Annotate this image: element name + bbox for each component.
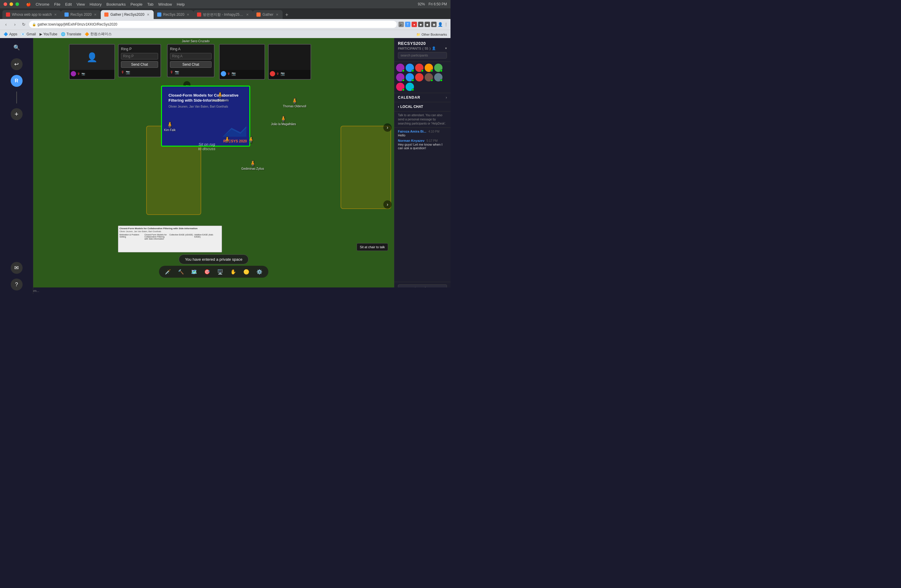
url-bar[interactable]: 🔒 gather.town/app/jWExihF0mzv1KKtO/RecSy… — [29, 21, 397, 28]
add-button[interactable]: + — [11, 108, 23, 120]
toolbar-hammer-icon[interactable]: 🔨 — [177, 268, 185, 276]
back-button[interactable]: ‹ — [2, 21, 9, 28]
chat-message-2: Norman Knyazev 5:17 PM Hey guys! Let me … — [398, 139, 447, 150]
slide-preview[interactable]: Closed-Form Models for Collaborative Fil… — [118, 226, 222, 253]
help-button[interactable]: ? — [11, 279, 23, 290]
new-tab-button[interactable]: + — [282, 11, 291, 19]
edit-menu[interactable]: Edit — [65, 2, 72, 6]
participant-avatar-9[interactable] — [425, 73, 433, 81]
tab-whova[interactable]: Whova web app to watch ✕ — [2, 10, 61, 19]
tab-menu[interactable]: Tab — [147, 2, 154, 6]
tab-gather-active[interactable]: Gather | RecSys2020 ✕ — [101, 10, 154, 19]
toolbar-sword-icon[interactable]: 🗡️ — [164, 268, 172, 276]
ext-translate-icon[interactable]: T — [405, 22, 410, 27]
fullscreen-button[interactable] — [16, 2, 19, 6]
people-menu[interactable]: People — [131, 2, 142, 6]
tab-close-icon[interactable]: ✕ — [245, 12, 249, 17]
tab-recsys2[interactable]: RecSys 2020 ✕ — [154, 10, 193, 19]
search-button[interactable]: 🔍 — [11, 42, 23, 53]
participant-avatar-10[interactable] — [434, 73, 443, 81]
participant-avatar-3[interactable] — [415, 64, 424, 72]
avatar-sprite: 🧍 — [283, 98, 306, 104]
close-button[interactable] — [3, 2, 7, 6]
toolbar-map-icon[interactable]: 🗺️ — [190, 268, 198, 276]
local-chat-label: ‹ LOCAL CHAT — [398, 104, 447, 109]
send-chat-button-1[interactable]: Send Chat — [121, 61, 158, 68]
share-button[interactable]: ↩ — [11, 58, 23, 70]
bookmarks-menu[interactable]: Bookmarks — [106, 2, 126, 6]
participant-avatar-1[interactable] — [396, 64, 404, 72]
tab-close-icon[interactable]: ✕ — [186, 12, 190, 17]
ext-icon4[interactable]: ▣ — [431, 22, 436, 27]
video-content-1: 👤 — [70, 45, 114, 70]
mail-button[interactable]: ✉ — [11, 262, 23, 274]
avatar-gediminas: 🧍 Gediminas Zylius — [241, 160, 264, 170]
chrome-menu[interactable]: Chrome — [36, 2, 49, 6]
other-bookmarks[interactable]: 📁 Other Bookmarks — [416, 31, 447, 37]
tab-close-icon[interactable]: ✕ — [146, 12, 150, 17]
toolbar-target-icon[interactable]: 🎯 — [203, 268, 211, 276]
bookmark-youtube[interactable]: ▶ YouTube — [39, 32, 57, 36]
video-footer-1: 🎙 📷 — [70, 70, 114, 78]
bookmark-hancom[interactable]: 🔶 한컴스페이스 — [85, 31, 112, 37]
tab-close-icon[interactable]: ✕ — [53, 12, 57, 17]
help-menu[interactable]: Help — [177, 2, 185, 6]
participant-avatar-2[interactable] — [405, 64, 414, 72]
bookmark-translate[interactable]: 🌐 Translate — [61, 32, 81, 36]
tab-recsys1[interactable]: RecSys 2020 ✕ — [61, 10, 101, 19]
ext-icon3[interactable]: ◆ — [425, 22, 430, 27]
minimize-button[interactable] — [9, 2, 13, 6]
avatar-player: 🧍 — [223, 136, 231, 143]
tab-label: Gather — [262, 12, 273, 17]
refresh-button[interactable]: ↻ — [20, 21, 27, 28]
conference-slide[interactable]: Closed-Form Models for Collaborative Fil… — [161, 86, 250, 147]
recsys-title: RECSYS2020 — [398, 41, 447, 46]
tab-gather2[interactable]: Gather ✕ — [253, 10, 282, 19]
participants-chevron[interactable]: ▾ — [445, 46, 447, 50]
nav-arrow-right-bottom[interactable]: › — [383, 200, 392, 209]
video-content-2 — [220, 45, 265, 70]
participant-avatar-7[interactable] — [405, 73, 414, 81]
participant-avatar-12[interactable] — [405, 83, 414, 91]
profile-icon[interactable]: 👤 — [438, 22, 443, 27]
url-text: gather.town/app/jWExihF0mzv1KKtO/RecSys2… — [37, 22, 117, 27]
participant-avatar-11[interactable] — [396, 83, 404, 91]
ring-panel-1: Ring P Send Chat 🎙 📷 — [118, 44, 161, 77]
participants-list — [394, 62, 450, 93]
bookmark-label: 한컴스페이스 — [90, 31, 112, 37]
toolbar-hand-icon[interactable]: ✋ — [229, 268, 237, 276]
history-menu[interactable]: History — [90, 2, 101, 6]
nav-arrow-right[interactable]: › — [383, 123, 392, 132]
file-menu[interactable]: File — [54, 2, 60, 6]
cam-icon-1: 📷 — [126, 70, 130, 74]
participant-avatar-4[interactable] — [425, 64, 433, 72]
bookmark-label: Apps — [9, 32, 17, 36]
user-avatar-button[interactable]: R — [11, 75, 23, 87]
view-menu[interactable]: View — [77, 2, 85, 6]
bookmark-label: Gmail — [26, 32, 36, 36]
toolbar-settings-icon[interactable]: ⚙️ — [255, 268, 263, 276]
search-participants-input[interactable] — [398, 52, 447, 59]
more-icon[interactable]: ⋮ — [444, 22, 448, 27]
participant-avatar-6[interactable] — [396, 73, 404, 81]
ext-icon2[interactable]: ◆ — [418, 22, 424, 27]
ext-mic-icon[interactable]: 🎤 — [399, 22, 404, 27]
send-chat-button-2[interactable]: Send Chat — [170, 61, 212, 68]
window-menu[interactable]: Window — [158, 2, 172, 6]
ring-input-2[interactable] — [170, 53, 212, 59]
apple-menu[interactable]: 🍎 — [26, 2, 31, 6]
ring-input-1[interactable] — [121, 53, 158, 59]
ext-icon1[interactable]: ● — [412, 22, 417, 27]
forward-button[interactable]: › — [11, 21, 19, 28]
tab-email[interactable]: 받은편지함 - lmhapy25@kh... ✕ — [193, 10, 253, 19]
calendar-section[interactable]: CALENDAR › — [394, 93, 450, 102]
participant-avatar-5[interactable] — [434, 64, 443, 72]
tab-close-icon[interactable]: ✕ — [275, 12, 279, 17]
toolbar-screen-icon[interactable]: 🖥️ — [216, 268, 224, 276]
slide-content: Closed-Form Models for Collaborative Fil… — [165, 90, 246, 142]
bookmark-apps[interactable]: 🔷 Apps — [3, 32, 17, 36]
tab-close-icon[interactable]: ✕ — [93, 12, 97, 17]
participant-avatar-8[interactable] — [415, 73, 424, 81]
toolbar-coin-icon[interactable]: 🟡 — [242, 268, 251, 276]
bookmark-gmail[interactable]: 📧 Gmail — [21, 32, 36, 36]
